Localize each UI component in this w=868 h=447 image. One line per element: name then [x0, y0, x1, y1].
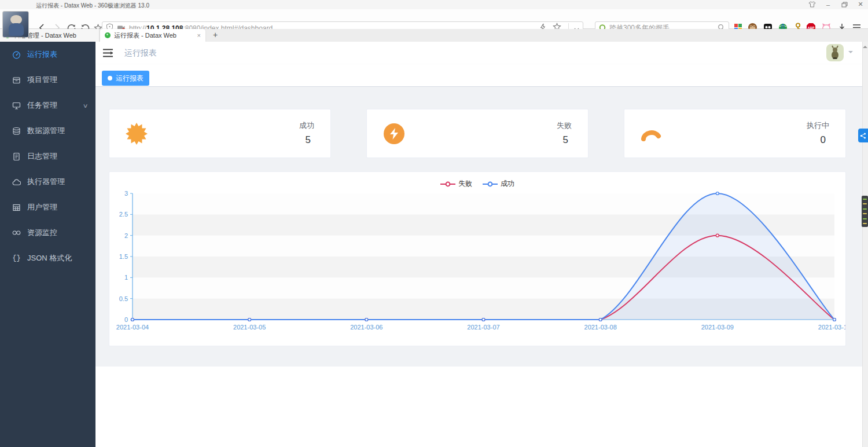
breadcrumb: 运行报表 [124, 48, 157, 58]
stat-value: 5 [557, 134, 568, 146]
x-tick-label: 2021-03-07 [467, 324, 499, 331]
browser-tabbar: 日志管理 - Datax Web 运行报表 - Datax Web × + [0, 29, 868, 42]
new-tab-button[interactable]: + [209, 30, 221, 41]
browser-titlebar: 运行报表 - Datax Web - 360极速浏览器 13.0 – ✕ [0, 0, 868, 9]
x-tick-label: 2021-03-06 [350, 324, 382, 331]
sidebar-collapse-icon[interactable] [103, 49, 113, 57]
cloud-icon [12, 178, 21, 186]
x-tick-label: 2021-03-08 [584, 324, 617, 331]
browser-profile-avatar[interactable] [2, 11, 29, 38]
resource-monitor-icon [12, 229, 21, 237]
sidebar-item-datasources[interactable]: 数据源管理 [0, 118, 95, 144]
sidebar-item-tasks[interactable]: 任务管理 ∨ [0, 93, 95, 118]
dashboard-content: 成功 5 失败 5 执行中 0 00.511.522.532021-03-042… [95, 87, 868, 367]
x-tick-label: 2021-03-04 [116, 324, 149, 331]
stat-label: 失败 [557, 120, 572, 131]
crescent-arc-icon [639, 122, 664, 146]
lightning-circle-icon [382, 122, 406, 146]
sun-burst-icon [124, 122, 149, 146]
stat-card-running: 执行中 0 [624, 109, 846, 158]
task-monitor-icon [12, 101, 21, 110]
y-tick-label: 2 [124, 232, 128, 239]
line-chart: 00.511.522.532021-03-042021-03-052021-03… [109, 172, 846, 346]
y-tick-label: 0 [124, 316, 128, 323]
close-window-button[interactable]: ✕ [855, 1, 866, 8]
legend-marker-icon [440, 181, 455, 187]
legend-label: 成功 [501, 179, 514, 189]
share-nodes-icon [860, 133, 866, 139]
y-tick-label: 1 [124, 274, 128, 281]
stat-value: 0 [807, 134, 826, 146]
x-tick-label: 2021-03-10 [818, 324, 846, 331]
active-tag-dashboard[interactable]: 运行报表 [102, 71, 149, 86]
run-report-chart-card: 00.511.522.532021-03-042021-03-052021-03… [109, 171, 846, 346]
stat-label: 成功 [299, 120, 314, 131]
legend-marker-icon [483, 181, 498, 187]
tab-close-icon[interactable]: × [197, 32, 201, 39]
legend-item-失败[interactable]: 失败 [440, 179, 472, 189]
sidebar-item-monitor[interactable]: 资源监控 [0, 220, 95, 246]
browser-tab-dashboard[interactable]: 运行报表 - Datax Web × [100, 29, 205, 42]
dashboard-gauge-icon [12, 50, 21, 59]
tag-dot [108, 76, 112, 80]
sidebar-item-json-format[interactable]: {} JSON 格式化 [0, 246, 95, 271]
sidebar-item-executors[interactable]: 执行器管理 [0, 169, 95, 195]
stat-card-fail: 失败 5 [366, 109, 589, 158]
window-title: 运行报表 - Datax Web - 360极速浏览器 13.0 [36, 2, 149, 10]
sidebar-item-projects[interactable]: 项目管理 [0, 67, 95, 93]
restore-button[interactable] [839, 1, 849, 8]
page-scrollbar[interactable] [862, 42, 868, 447]
browser-toolbar: http://10.1.28.108:8080/index.html#/dash… [0, 9, 868, 29]
x-tick-label: 2021-03-05 [233, 324, 266, 331]
sidebar-item-logs[interactable]: 日志管理 [0, 144, 95, 169]
y-tick-label: 1.5 [119, 253, 128, 260]
legend-item-成功[interactable]: 成功 [483, 179, 514, 189]
scrollbar-thumb[interactable] [862, 196, 868, 227]
app-main: 运行报表 运行报表 成功 5 失败 5 [95, 42, 868, 447]
user-table-icon [12, 203, 21, 212]
legend-label: 失败 [458, 179, 472, 189]
sidebar: 运行报表 项目管理 任务管理 ∨ 数据源管理 日志管理 执行器管理 用户管理 资… [0, 42, 95, 447]
app-header: 运行报表 [95, 42, 868, 64]
project-box-icon [12, 76, 21, 85]
sidebar-item-users[interactable]: 用户管理 [0, 195, 95, 220]
minimize-button[interactable]: – [823, 1, 833, 8]
tags-view-bar: 运行报表 [95, 64, 868, 87]
y-tick-label: 0.5 [119, 295, 128, 302]
sidebar-item-dashboard[interactable]: 运行报表 [0, 42, 95, 67]
stat-card-success: 成功 5 [109, 109, 331, 158]
json-braces-icon: {} [12, 254, 21, 263]
y-tick-label: 3 [124, 190, 128, 197]
stat-label: 执行中 [807, 120, 829, 131]
share-sidebar-button[interactable] [858, 129, 868, 142]
chart-legend: 失败成功 [109, 179, 845, 189]
skin-icon[interactable] [807, 1, 817, 8]
y-tick-label: 2.5 [119, 211, 128, 218]
scrollbar-up-arrow-icon[interactable] [863, 43, 867, 48]
stat-value: 5 [299, 134, 311, 146]
chevron-down-icon[interactable]: ∨ [82, 102, 88, 109]
database-icon [12, 127, 21, 135]
x-tick-label: 2021-03-09 [701, 324, 734, 331]
user-menu-caret-icon[interactable] [848, 51, 853, 56]
datax-favicon [105, 32, 111, 38]
log-document-icon [12, 152, 21, 161]
user-avatar[interactable] [826, 44, 844, 61]
